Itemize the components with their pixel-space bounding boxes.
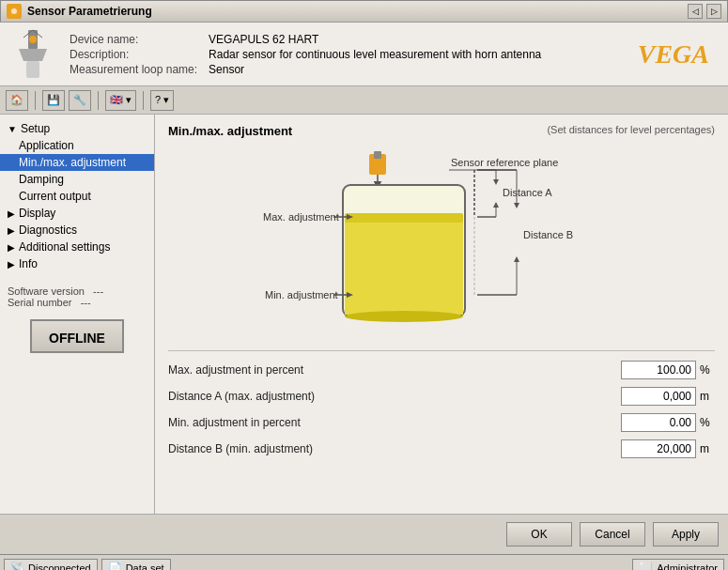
serial-number-value: --- — [81, 297, 91, 308]
svg-text:Min. adjustment: Min. adjustment — [265, 289, 338, 300]
additional-label: Additional settings — [19, 240, 110, 254]
ok-button[interactable]: OK — [506, 522, 572, 547]
description-value: Radar sensor for continuous level measur… — [209, 48, 541, 61]
sidebar-item-info[interactable]: ▶ Info — [0, 255, 154, 272]
expand-additional[interactable]: ▶ — [8, 242, 15, 253]
sidebar-item-current-output[interactable]: Current output — [0, 188, 154, 205]
field-unit-1: m — [700, 390, 715, 403]
sidebar-item-diagnostics[interactable]: ▶ Diagnostics — [0, 222, 154, 239]
sidebar-item-application[interactable]: Application — [0, 137, 154, 154]
input-group-0: % — [621, 361, 715, 379]
expand-display[interactable]: ▶ — [8, 208, 15, 219]
field-input-1[interactable] — [621, 387, 696, 406]
main-area: ▼ Setup Application Min./max. adjustment… — [0, 115, 728, 514]
field-label-1: Distance A (max. adjustment) — [168, 390, 621, 403]
form-section: Max. adjustment in percent % Distance A … — [168, 350, 715, 458]
toolbar-sep-3 — [143, 91, 144, 110]
vega-logo: VEGA — [638, 39, 719, 69]
sidebar-item-additional[interactable]: ▶ Additional settings — [0, 239, 154, 255]
application-label: Application — [19, 139, 74, 152]
title-bar-icon — [7, 4, 22, 19]
content-subtitle: (Set distances for level percentages) — [547, 124, 715, 138]
loop-name-label: Measurement loop name: — [70, 63, 207, 76]
toolbar: 🏠 💾 🔧 🇬🇧 ▾ ? ▾ — [0, 86, 728, 115]
input-group-3: m — [621, 439, 715, 458]
svg-rect-14 — [345, 215, 463, 315]
level-diagram: Sensor reference plane Max. adjustment — [244, 149, 639, 332]
form-row-1: Distance A (max. adjustment) m — [168, 387, 715, 406]
field-unit-3: m — [700, 442, 715, 455]
device-name-label: Device name: — [70, 33, 207, 46]
dataset-label: Data set — [126, 562, 164, 571]
apply-button[interactable]: Apply — [653, 522, 719, 547]
software-version-value: --- — [93, 285, 103, 297]
device-info-table: Device name: VEGAPULS 62 HART Descriptio… — [68, 31, 543, 78]
svg-marker-3 — [19, 49, 47, 61]
device-info-panel: Device name: VEGAPULS 62 HART Descriptio… — [0, 23, 728, 86]
disconnected-status: 📡 Disconnected — [4, 559, 98, 571]
content-panel: Min./max. adjustment (Set distances for … — [155, 115, 728, 514]
offline-button[interactable]: OFFLINE — [30, 319, 124, 353]
info-label: Info — [19, 257, 38, 270]
cancel-button[interactable]: Cancel — [580, 522, 645, 547]
role-icon: ⬜ — [639, 562, 653, 571]
help-dropdown[interactable]: ? ▾ — [150, 90, 174, 111]
expand-info[interactable]: ▶ — [8, 259, 15, 270]
forward-btn[interactable]: ▷ — [706, 4, 721, 19]
save-btn[interactable]: 💾 — [42, 90, 65, 111]
title-bar-controls: ◁ ▷ — [688, 4, 721, 19]
button-row: OK Cancel Apply — [0, 514, 728, 554]
title-bar: Sensor Parametrierung ◁ ▷ — [0, 0, 728, 23]
field-input-0[interactable] — [621, 361, 696, 379]
damping-label: Damping — [19, 173, 64, 186]
field-input-3[interactable] — [621, 439, 696, 458]
sidebar-item-display[interactable]: ▶ Display — [0, 205, 154, 222]
form-row-2: Min. adjustment in percent % — [168, 413, 715, 432]
svg-rect-15 — [345, 213, 463, 223]
svg-text:Max. adjustment: Max. adjustment — [263, 211, 339, 223]
svg-text:Distance A: Distance A — [503, 187, 552, 198]
loop-name-value: Sensor — [209, 63, 541, 76]
sidebar-item-setup[interactable]: ▼ Setup — [0, 120, 154, 137]
back-btn[interactable]: ◁ — [688, 4, 703, 19]
field-label-2: Min. adjustment in percent — [168, 416, 621, 429]
svg-text:Distance B: Distance B — [523, 229, 573, 240]
content-header: Min./max. adjustment (Set distances for … — [168, 124, 715, 138]
expand-diagnostics[interactable]: ▶ — [8, 225, 15, 236]
svg-text:Sensor reference plane: Sensor reference plane — [451, 157, 558, 168]
language-dropdown[interactable]: 🇬🇧 ▾ — [105, 90, 136, 111]
toolbar-sep-1 — [35, 91, 36, 110]
serial-number-label: Serial number — [8, 297, 71, 308]
settings-btn[interactable]: 🔧 — [69, 90, 91, 111]
svg-point-16 — [345, 311, 463, 322]
status-bar: 📡 Disconnected 📄 Data set ⬜ Administrato… — [0, 554, 728, 570]
software-version-label: Software version — [8, 285, 85, 297]
minmax-label: Min./max. adjustment — [19, 156, 126, 169]
device-name-value: VEGAPULS 62 HART — [209, 33, 541, 46]
disconnected-label: Disconnected — [28, 562, 91, 571]
svg-rect-11 — [374, 151, 381, 159]
home-btn[interactable]: 🏠 — [6, 90, 28, 111]
current-output-label: Current output — [19, 190, 91, 203]
role-status: ⬜ Administrator — [632, 559, 724, 571]
software-version-row: Software version --- — [8, 285, 147, 297]
input-group-2: % — [621, 413, 715, 432]
diagnostics-label: Diagnostics — [19, 223, 77, 237]
display-label: Display — [19, 207, 55, 220]
field-input-2[interactable] — [621, 413, 696, 432]
sidebar-item-minmax[interactable]: Min./max. adjustment — [0, 154, 154, 171]
sidebar-item-damping[interactable]: Damping — [0, 171, 154, 188]
expand-setup[interactable]: ▼ — [8, 124, 17, 134]
device-icon — [9, 28, 56, 80]
input-group-1: m — [621, 387, 715, 406]
role-label: Administrator — [657, 562, 718, 571]
disconnected-icon: 📡 — [10, 562, 24, 571]
setup-label: Setup — [21, 122, 50, 135]
dataset-status: 📄 Data set — [101, 559, 171, 571]
title-bar-title: Sensor Parametrierung — [27, 5, 688, 18]
field-unit-2: % — [700, 416, 715, 429]
field-unit-0: % — [700, 363, 715, 377]
svg-point-5 — [29, 36, 37, 43]
content-title: Min./max. adjustment — [168, 124, 292, 138]
description-label: Description: — [70, 48, 207, 61]
